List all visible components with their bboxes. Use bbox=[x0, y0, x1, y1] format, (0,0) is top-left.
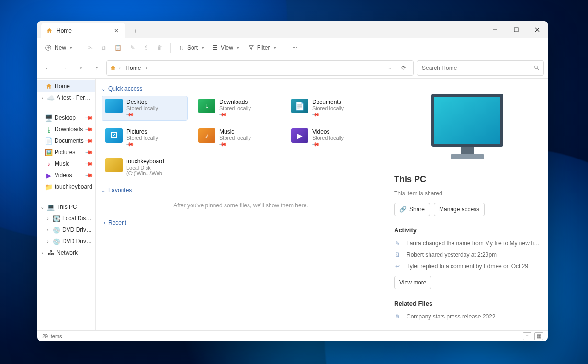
favorites-empty-text: After you've pinned some files, we'll sh… bbox=[102, 202, 380, 209]
share-label: Share bbox=[409, 206, 425, 213]
sidebar-label: Videos bbox=[55, 172, 84, 179]
section-favorites[interactable]: ⌄ Favorites bbox=[102, 187, 380, 193]
up-button[interactable]: ↑ bbox=[90, 61, 103, 75]
back-button[interactable]: ← bbox=[41, 61, 55, 75]
pin-icon: 📌 bbox=[84, 136, 93, 145]
document-icon: 🗎 bbox=[394, 313, 401, 320]
sidebar-item-thispc[interactable]: ⌄ 💻 This PC bbox=[37, 201, 95, 213]
expand-icon[interactable]: › bbox=[39, 250, 45, 256]
music-icon: ♪ bbox=[45, 160, 53, 168]
breadcrumb-home[interactable]: Home bbox=[124, 64, 143, 72]
quick-item-documents[interactable]: 📄 Documents Stored locally 📌 bbox=[287, 96, 373, 121]
address-bar[interactable]: › Home › ⌄ ⟳ bbox=[106, 60, 414, 76]
copy-button[interactable]: ⧉ bbox=[98, 41, 110, 55]
sidebar-item-home[interactable]: Home bbox=[37, 80, 95, 92]
manage-access-button[interactable]: Manage access bbox=[434, 203, 485, 216]
activity-list: ✎Laura changed the name from My file to … bbox=[394, 238, 540, 272]
sidebar-item-music[interactable]: ♪ Music 📌 bbox=[37, 158, 95, 170]
sidebar-item-network[interactable]: › 🖧 Network bbox=[37, 247, 95, 259]
sidebar-item-documents[interactable]: 📄 Documents 📌 bbox=[37, 135, 95, 147]
section-recent[interactable]: ⌄ Recent bbox=[102, 219, 380, 226]
delete-button[interactable]: 🗑 bbox=[153, 41, 167, 55]
rename-button[interactable]: ✎ bbox=[126, 41, 139, 55]
home-icon bbox=[46, 27, 53, 34]
cut-button[interactable]: ✂ bbox=[84, 41, 97, 55]
expand-icon[interactable]: › bbox=[45, 239, 51, 244]
quick-item-music[interactable]: ♪ Music Stored locally 📌 bbox=[194, 125, 281, 150]
expand-icon[interactable]: › bbox=[45, 228, 51, 233]
sidebar-item-localdisk[interactable]: › 💽 Local Disk (C:) bbox=[37, 213, 95, 224]
disk-icon: 💽 bbox=[53, 215, 60, 222]
sidebar-item-desktop[interactable]: 🖥️ Desktop 📌 bbox=[37, 112, 95, 124]
tab-home[interactable]: Home ✕ bbox=[41, 23, 125, 38]
search-box[interactable] bbox=[417, 60, 544, 76]
quick-item-pictures[interactable]: 🖼 Pictures Stored locally 📌 bbox=[102, 125, 188, 150]
quick-item-desktop[interactable]: Desktop Stored locally 📌 bbox=[102, 96, 188, 121]
sidebar-label: This PC bbox=[57, 204, 93, 210]
activity-item: ✎Laura changed the name from My file to … bbox=[394, 238, 540, 249]
new-button[interactable]: New ▾ bbox=[41, 41, 76, 55]
sidebar-item-dvdd2[interactable]: › 💿 DVD Drive (D:) CCC bbox=[37, 236, 95, 247]
window-close-button[interactable] bbox=[527, 21, 548, 38]
chevron-down-icon: ▾ bbox=[274, 46, 276, 50]
forward-button[interactable]: → bbox=[57, 61, 71, 75]
body: Home › ☁️ A test - Personal 🖥️ Desktop 📌… bbox=[37, 79, 548, 330]
view-button[interactable]: ☰ View ▾ bbox=[209, 41, 243, 55]
svg-rect-10 bbox=[434, 97, 500, 144]
paste-button[interactable]: 📋 bbox=[111, 41, 125, 55]
sidebar-label: Documents bbox=[55, 137, 84, 144]
minimize-button[interactable] bbox=[485, 21, 506, 38]
manage-label: Manage access bbox=[439, 206, 479, 213]
new-tab-button[interactable]: ＋ bbox=[128, 24, 142, 37]
pin-icon: 📌 bbox=[84, 125, 93, 134]
icons-view-button[interactable]: ▦ bbox=[534, 332, 543, 340]
cut-icon: ✂ bbox=[88, 45, 93, 51]
filter-button[interactable]: Filter ▾ bbox=[244, 41, 280, 55]
view-more-button[interactable]: View more bbox=[394, 276, 431, 289]
sidebar-item-touchkeyboard[interactable]: 📁 touchkeyboard bbox=[37, 181, 95, 193]
chevron-down-icon: ▾ bbox=[70, 46, 72, 50]
sidebar-label: Music bbox=[55, 160, 84, 167]
sidebar-item-downloads[interactable]: ⭳ Downloads 📌 bbox=[37, 124, 95, 135]
quick-item-downloads[interactable]: ↓ Downloads Stored locally 📌 bbox=[194, 96, 281, 121]
sidebar-item-dvdd[interactable]: › 💿 DVD Drive (D:) CC bbox=[37, 224, 95, 236]
sort-button[interactable]: ↑↓ Sort ▾ bbox=[175, 41, 208, 55]
refresh-button[interactable]: ⟳ bbox=[397, 61, 410, 75]
section-quick-access[interactable]: ⌄ Quick access bbox=[102, 85, 380, 92]
sidebar-label: Home bbox=[55, 83, 93, 90]
filter-icon bbox=[248, 45, 254, 51]
expand-icon[interactable]: › bbox=[45, 216, 51, 221]
activity-text: Robert shared yesterday at 2:29pm bbox=[407, 251, 540, 258]
activity-heading: Activity bbox=[394, 227, 540, 234]
expand-icon[interactable]: › bbox=[39, 95, 45, 101]
share-file-button[interactable]: 🔗 Share bbox=[394, 203, 430, 216]
chevron-down-icon: ▾ bbox=[237, 46, 239, 50]
pin-icon: 📌 bbox=[311, 110, 320, 119]
section-label: Quick access bbox=[108, 85, 142, 92]
share-button[interactable]: ⇪ bbox=[140, 41, 152, 55]
sidebar-item-atest[interactable]: › ☁️ A test - Personal bbox=[37, 92, 95, 103]
item-name: Downloads bbox=[219, 99, 251, 105]
sidebar-label: Desktop bbox=[55, 114, 84, 121]
quick-item-touchkeyboard[interactable]: touchkeyboard Local Disk (C:)\Win...\Web bbox=[102, 155, 188, 179]
sidebar-item-pictures[interactable]: 🖼️ Pictures 📌 bbox=[37, 147, 95, 158]
quick-item-videos[interactable]: ▶ Videos Stored locally 📌 bbox=[287, 125, 373, 150]
related-file[interactable]: 🗎 Company stats press release 2022 bbox=[394, 311, 540, 322]
documents-icon: 📄 bbox=[45, 137, 53, 145]
search-input[interactable] bbox=[421, 64, 531, 72]
maximize-button[interactable] bbox=[506, 21, 527, 38]
folder-icon: 📁 bbox=[45, 183, 53, 191]
address-dropdown[interactable]: ⌄ bbox=[383, 61, 396, 75]
sidebar-item-videos[interactable]: ▶ Videos 📌 bbox=[37, 170, 95, 181]
tab-label: Home bbox=[57, 27, 72, 34]
pc-icon: 💻 bbox=[47, 203, 55, 211]
recent-dropdown[interactable]: ▾ bbox=[74, 61, 87, 75]
chevron-down-icon: ⌄ bbox=[102, 188, 105, 193]
pin-icon: 📌 bbox=[84, 113, 93, 122]
tab-close-button[interactable]: ✕ bbox=[112, 26, 121, 35]
collapse-icon[interactable]: ⌄ bbox=[39, 205, 45, 210]
details-view-button[interactable]: ≡ bbox=[523, 332, 531, 340]
more-button[interactable]: ⋯ bbox=[288, 41, 302, 55]
sort-icon: ↑↓ bbox=[179, 45, 184, 51]
pin-icon: 📌 bbox=[311, 140, 320, 149]
